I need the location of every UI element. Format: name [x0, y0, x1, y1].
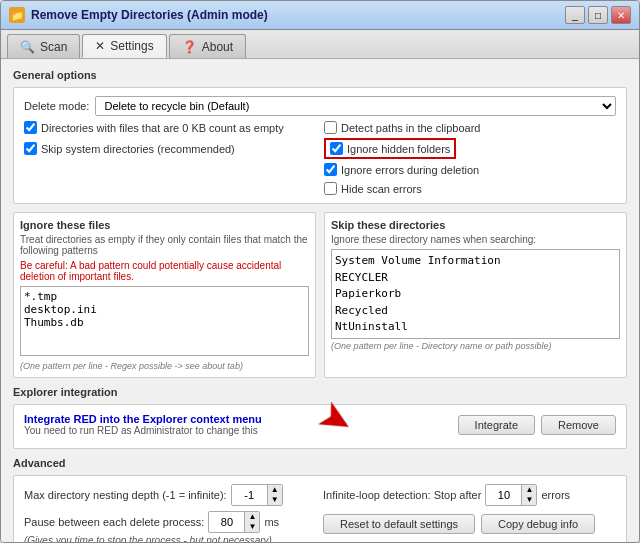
tab-scan[interactable]: 🔍 Scan	[7, 34, 80, 58]
explorer-title: Integrate RED into the Explorer context …	[24, 413, 458, 425]
tab-about[interactable]: ❓ About	[169, 34, 246, 58]
skip-dirs-list[interactable]: System Volume Information RECYCLER Papie…	[331, 249, 620, 339]
explorer-info: Integrate RED into the Explorer context …	[24, 413, 458, 436]
infinite-loop-row: Infinite-loop detection: Stop after ▲ ▼ …	[323, 484, 616, 506]
app-icon: 📁	[9, 7, 25, 23]
cb-detect-paths-label: Detect paths in the clipboard	[341, 122, 480, 134]
settings-tab-icon: ✕	[95, 39, 105, 53]
max-depth-spinner-btns: ▲ ▼	[267, 485, 282, 505]
max-depth-up[interactable]: ▲	[268, 485, 282, 495]
placeholder-left	[24, 163, 316, 176]
infinite-loop-up[interactable]: ▲	[522, 485, 536, 495]
advanced-right: Infinite-loop detection: Stop after ▲ ▼ …	[323, 484, 616, 542]
max-depth-down[interactable]: ▼	[268, 495, 282, 505]
last-checkbox-row: Hide scan errors	[24, 182, 616, 195]
gives-you-text: (Gives you time to stop the process - bu…	[24, 535, 317, 542]
settings-content: General options Delete mode: Delete to r…	[1, 59, 639, 542]
infinite-loop-down[interactable]: ▼	[522, 495, 536, 505]
infinite-loop-spinner: ▲ ▼	[485, 484, 537, 506]
cb-hide-scan[interactable]	[324, 182, 337, 195]
checkbox-row-1: Directories with files that are 0 KB cou…	[24, 121, 316, 134]
delete-mode-dropdown[interactable]: Delete to recycle bin (Default)	[95, 96, 616, 116]
pause-down[interactable]: ▼	[245, 522, 259, 532]
cb-detect-paths[interactable]	[324, 121, 337, 134]
remove-button[interactable]: Remove	[541, 415, 616, 435]
checkbox-grid: Directories with files that are 0 KB cou…	[24, 121, 616, 176]
pause-label: Pause between each delete process:	[24, 516, 204, 528]
checkbox-row-5: Ignore errors during deletion	[324, 163, 616, 176]
tab-scan-label: Scan	[40, 40, 67, 54]
infinite-loop-spinner-btns: ▲ ▼	[521, 485, 536, 505]
general-options-label: General options	[13, 69, 627, 81]
explorer-integration-box: Integrate RED into the Explorer context …	[13, 404, 627, 449]
cb-empty-files[interactable]	[24, 121, 37, 134]
cb-ignore-hidden-row: Ignore hidden folders	[324, 138, 456, 159]
debug-button[interactable]: Copy debug info	[481, 514, 595, 534]
ignore-files-desc: Treat directories as empty if they only …	[20, 234, 309, 256]
advanced-btn-group: Reset to default settings Copy debug inf…	[323, 514, 616, 534]
checkbox-row-3: Skip system directories (recommended)	[24, 138, 316, 159]
maximize-button[interactable]: □	[588, 6, 608, 24]
advanced-box: Max directory nesting depth (-1 = infini…	[13, 475, 627, 542]
explorer-row: Integrate RED into the Explorer context …	[24, 413, 616, 436]
cb-ignore-hidden[interactable]	[330, 142, 343, 155]
cb-ignore-errors[interactable]	[324, 163, 337, 176]
delete-mode-label: Delete mode:	[24, 100, 89, 112]
skip-dirs-hint: (One pattern per line - Directory name o…	[331, 341, 620, 351]
close-button[interactable]: ✕	[611, 6, 631, 24]
cb-ignore-errors-label: Ignore errors during deletion	[341, 164, 479, 176]
ignore-files-title: Ignore these files	[20, 219, 309, 231]
cb-empty-files-label: Directories with files that are 0 KB cou…	[41, 122, 284, 134]
advanced-left: Max directory nesting depth (-1 = infini…	[24, 484, 317, 542]
ignore-files-warning: Be careful: A bad pattern could potentia…	[20, 260, 309, 282]
integrate-button[interactable]: Integrate	[458, 415, 535, 435]
explorer-subtitle: You need to run RED as Administrator to …	[24, 425, 458, 436]
infinite-loop-suffix: errors	[541, 489, 570, 501]
explorer-section-label: Explorer integration	[13, 386, 627, 398]
ignore-files-panel: Ignore these files Treat directories as …	[13, 212, 316, 378]
pause-row: Pause between each delete process: ▲ ▼ m…	[24, 511, 317, 533]
about-tab-icon: ❓	[182, 40, 197, 54]
two-panel: Ignore these files Treat directories as …	[13, 212, 627, 378]
ignore-hidden-container: Ignore hidden folders	[324, 138, 616, 159]
skip-dirs-title: Skip these directories	[331, 219, 620, 231]
general-options-box: Delete mode: Delete to recycle bin (Defa…	[13, 87, 627, 204]
tab-settings-label: Settings	[110, 39, 153, 53]
cb-hide-scan-label: Hide scan errors	[341, 183, 422, 195]
ignore-files-hint: (One pattern per line - Regex possible -…	[20, 361, 309, 371]
pause-input[interactable]	[209, 514, 244, 530]
infinite-loop-label: Infinite-loop detection: Stop after	[323, 489, 481, 501]
tab-settings[interactable]: ✕ Settings	[82, 34, 166, 58]
list-item: System Volume Information	[335, 253, 616, 270]
tab-about-label: About	[202, 40, 233, 54]
list-item: Papierkorb	[335, 286, 616, 303]
ignore-files-textarea[interactable]: *.tmp desktop.ini Thumbs.db	[20, 286, 309, 356]
main-window: 📁 Remove Empty Directories (Admin mode) …	[0, 0, 640, 543]
pause-unit: ms	[264, 516, 279, 528]
advanced-section-label: Advanced	[13, 457, 627, 469]
list-item: NtUninstall	[335, 319, 616, 336]
list-item: Recycled	[335, 303, 616, 320]
skip-dirs-panel: Skip these directories Ignore these dire…	[324, 212, 627, 378]
list-item: $RECYCLE.BIN	[335, 336, 616, 340]
title-bar: 📁 Remove Empty Directories (Admin mode) …	[1, 1, 639, 30]
cb-skip-system[interactable]	[24, 142, 37, 155]
max-depth-row: Max directory nesting depth (-1 = infini…	[24, 484, 317, 506]
delete-mode-row: Delete mode: Delete to recycle bin (Defa…	[24, 96, 616, 116]
cb-skip-system-label: Skip system directories (recommended)	[41, 143, 235, 155]
pause-spinner-btns: ▲ ▼	[244, 512, 259, 532]
explorer-btn-group: Integrate Remove	[458, 415, 616, 435]
max-depth-input[interactable]	[232, 487, 267, 503]
tab-bar: 🔍 Scan ✕ Settings ❓ About	[1, 30, 639, 59]
pause-up[interactable]: ▲	[245, 512, 259, 522]
minimize-button[interactable]: _	[565, 6, 585, 24]
title-bar-left: 📁 Remove Empty Directories (Admin mode)	[9, 7, 268, 23]
pause-spinner: ▲ ▼	[208, 511, 260, 533]
checkbox-row-2: Detect paths in the clipboard	[324, 121, 616, 134]
list-item: RECYCLER	[335, 270, 616, 287]
reset-button[interactable]: Reset to default settings	[323, 514, 475, 534]
advanced-grid: Max directory nesting depth (-1 = infini…	[24, 484, 616, 542]
infinite-loop-input[interactable]	[486, 487, 521, 503]
max-depth-spinner: ▲ ▼	[231, 484, 283, 506]
skip-dirs-desc: Ignore these directory names when search…	[331, 234, 620, 245]
